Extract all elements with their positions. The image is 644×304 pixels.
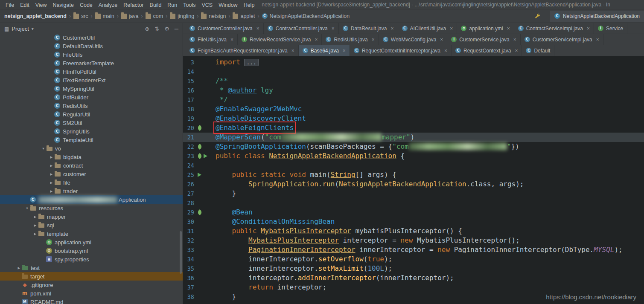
breadcrumb-item-netsign-applet-backend[interactable]: netsign_applet_backend bbox=[3, 12, 67, 20]
close-icon[interactable]: × bbox=[587, 26, 590, 32]
breadcrumb-item-netsign[interactable]: netsign bbox=[200, 12, 227, 20]
tree-item-sql[interactable]: ▶sql bbox=[0, 221, 183, 229]
close-icon[interactable]: × bbox=[391, 26, 394, 32]
editor-tab-aiclientutil-java[interactable]: CAIClientUtil.java× bbox=[398, 23, 458, 34]
breadcrumb-item-netsignappletbackendapplication[interactable]: CNetsignAppletBackendApplication bbox=[261, 12, 351, 20]
spring-marker-icon[interactable] bbox=[197, 209, 203, 215]
menu-navigate[interactable]: Navigate bbox=[50, 2, 77, 9]
editor-tab-contractserviceimpl-java[interactable]: CContractServiceImpl.java× bbox=[514, 23, 594, 34]
tree-item-pom-xml[interactable]: mpom.xml bbox=[0, 289, 183, 298]
code-line-36[interactable]: 36 interceptor.addInnerInterceptor(inner… bbox=[183, 273, 644, 283]
editor-tab-customerservice-java[interactable]: ICustomerService.java× bbox=[447, 34, 520, 45]
tree-item-myspringutil[interactable]: CMySpringUtil bbox=[0, 84, 183, 93]
close-icon[interactable]: × bbox=[256, 26, 259, 32]
close-icon[interactable]: × bbox=[507, 26, 510, 32]
tree-item-target[interactable]: target bbox=[0, 272, 183, 281]
chevron-right-icon[interactable]: ▶ bbox=[48, 181, 55, 185]
menu-view[interactable]: View bbox=[32, 2, 50, 9]
run-marker-icon[interactable] bbox=[204, 154, 207, 158]
breadcrumb-item-main[interactable]: main bbox=[94, 12, 115, 20]
close-icon[interactable]: × bbox=[291, 48, 294, 54]
chevron-right-icon[interactable]: ▶ bbox=[48, 189, 55, 193]
code-line-18[interactable]: 18@EnableSwagger2WebMvc bbox=[183, 104, 644, 114]
code-line-27[interactable]: 27 } bbox=[183, 189, 644, 198]
code-line-3[interactable]: 3import ... bbox=[183, 58, 644, 67]
chevron-down-icon[interactable]: ▼ bbox=[40, 147, 47, 151]
editor-tab-redisutils-java[interactable]: CRedisUtils.java× bbox=[322, 34, 379, 45]
editor-tab-reviewrecordservice-java[interactable]: IReviewRecordService.java× bbox=[238, 34, 322, 45]
editor-tab-default[interactable]: CDefault bbox=[522, 45, 554, 56]
menu-refactor[interactable]: Refactor bbox=[120, 2, 146, 9]
project-panel-title[interactable]: Project bbox=[12, 26, 29, 32]
tree-item-fileutils[interactable]: CFileUtils bbox=[0, 50, 183, 59]
tree-item-gitignore[interactable]: ◆.gitignore bbox=[0, 281, 183, 289]
close-icon[interactable]: × bbox=[315, 37, 318, 43]
editor-tab-requestcontext-java[interactable]: CRequestContext.java× bbox=[452, 45, 522, 56]
chevron-right-icon[interactable]: ▶ bbox=[32, 215, 38, 219]
code-area[interactable]: 3import ...1415/**16 * @author lgy17 */1… bbox=[183, 56, 644, 304]
editor-tab-customercontroller-java[interactable]: CCustomerController.java× bbox=[186, 23, 264, 34]
spring-marker-icon[interactable] bbox=[197, 125, 203, 131]
scrollbar-thumb[interactable] bbox=[180, 231, 182, 274]
editor-tab-feignbasicauthrequestinterceptor-java[interactable]: CFeignBasicAuthRequestInterceptor.java× bbox=[186, 45, 299, 56]
menu-build[interactable]: Build bbox=[147, 2, 165, 9]
menu-analyze[interactable]: Analyze bbox=[96, 2, 120, 9]
tree-item-test[interactable]: ▶test bbox=[0, 263, 183, 272]
editor-tab-contractcontroller-java[interactable]: CContractController.java× bbox=[264, 23, 339, 34]
tree-item-customer[interactable]: ▶customer bbox=[0, 170, 183, 178]
chevron-down-icon[interactable]: ▼ bbox=[24, 206, 30, 210]
chevron-right-icon[interactable]: ▶ bbox=[48, 164, 55, 168]
editor-tab-application-yml[interactable]: ⚙application.yml× bbox=[457, 23, 514, 34]
code-line-23[interactable]: 23public class NetsignAppletBackendAppli… bbox=[183, 151, 644, 161]
tree-item-readme-md[interactable]: MREADME.md bbox=[0, 298, 183, 304]
code-line-31[interactable]: 31 public MybatisPlusInterceptor mybatis… bbox=[183, 226, 644, 236]
menu-help[interactable]: Help bbox=[241, 2, 258, 9]
code-line-28[interactable]: 28 bbox=[183, 198, 644, 208]
tree-item-vo[interactable]: ▼vo bbox=[0, 144, 183, 153]
editor-tab-dataresult-java[interactable]: CDataResult.java× bbox=[339, 23, 398, 34]
tree-item-application-yml[interactable]: ⚙application.yml bbox=[0, 238, 183, 246]
run-configuration[interactable]: C NetsignAppletBackendApplication bbox=[550, 11, 644, 22]
code-line-16[interactable]: 16 * @author lgy bbox=[183, 86, 644, 95]
spring-marker-icon[interactable] bbox=[197, 153, 203, 159]
code-line-37[interactable]: 37 return interceptor; bbox=[183, 283, 644, 292]
code-line-15[interactable]: 15/** bbox=[183, 76, 644, 86]
menu-edit[interactable]: Edit bbox=[17, 2, 32, 9]
code-line-17[interactable]: 17 */ bbox=[183, 95, 644, 104]
tree-item-file[interactable]: ▶file bbox=[0, 178, 183, 187]
code-line-30[interactable]: 30 @ConditionalOnMissingBean bbox=[183, 217, 644, 226]
code-line-32[interactable]: 32 MybatisPlusInterceptor interceptor = … bbox=[183, 236, 644, 245]
editor-tab-requestcontextinitinterceptor-java[interactable]: CRequestContextInitInterceptor.java× bbox=[350, 45, 452, 56]
tree-item-mapper[interactable]: ▶mapper bbox=[0, 212, 183, 221]
chevron-right-icon[interactable]: ▶ bbox=[16, 266, 22, 270]
code-line-33[interactable]: 33 PaginationInnerInterceptor innerInter… bbox=[183, 245, 644, 255]
tree-item-bigdata[interactable]: ▶bigdata bbox=[0, 153, 183, 161]
menu-tools[interactable]: Tools bbox=[180, 2, 198, 9]
breadcrumb-item-applet[interactable]: applet bbox=[232, 12, 256, 20]
tree-item-templateutil[interactable]: CTemplateUtil bbox=[0, 136, 183, 144]
close-icon[interactable]: × bbox=[332, 26, 335, 32]
editor-tab-fileutils-java[interactable]: CFileUtils.java× bbox=[186, 34, 238, 45]
run-marker-icon[interactable] bbox=[198, 173, 201, 177]
chevron-right-icon[interactable]: ▶ bbox=[48, 155, 55, 159]
tree-item-redisutils[interactable]: CRedisUtils bbox=[0, 101, 183, 110]
chevron-down-icon[interactable]: ▾ bbox=[32, 26, 34, 31]
tree-item-springutils[interactable]: CSpringUtils bbox=[0, 127, 183, 136]
code-line-34[interactable]: 34 innerInterceptor.setOverflow(true); bbox=[183, 255, 644, 264]
breadcrumb-item-java[interactable]: java bbox=[120, 12, 140, 20]
tree-item-template[interactable]: ▶template bbox=[0, 229, 183, 238]
editor-tab-customerserviceimpl-java[interactable]: CCustomerServiceImpl.java× bbox=[521, 34, 603, 45]
tree-item-bootstrap-yml[interactable]: ⚙bootstrap.yml bbox=[0, 246, 183, 255]
code-line-26[interactable]: 26 SpringApplication.run(NetsignAppletBa… bbox=[183, 180, 644, 189]
tree-item-htmltopdfutil[interactable]: CHtmlToPdfUtil bbox=[0, 67, 183, 76]
menu-code[interactable]: Code bbox=[77, 2, 96, 9]
chevron-right-icon[interactable]: ▶ bbox=[32, 223, 38, 227]
editor-tab-webmvcconfig-java[interactable]: CWebMvcConfig.java× bbox=[379, 34, 448, 45]
collapse-all-icon[interactable]: ⇅ bbox=[154, 26, 159, 32]
tree-item-contract[interactable]: ▶contract bbox=[0, 161, 183, 170]
settings-gear-icon[interactable]: ⚙ bbox=[164, 26, 169, 32]
tree-item-spy-properties[interactable]: ≡spy.properties bbox=[0, 255, 183, 263]
code-line-24[interactable]: 24 bbox=[183, 161, 644, 170]
editor-tab-service[interactable]: IService bbox=[594, 23, 627, 34]
code-line-14[interactable]: 14 bbox=[183, 67, 644, 76]
